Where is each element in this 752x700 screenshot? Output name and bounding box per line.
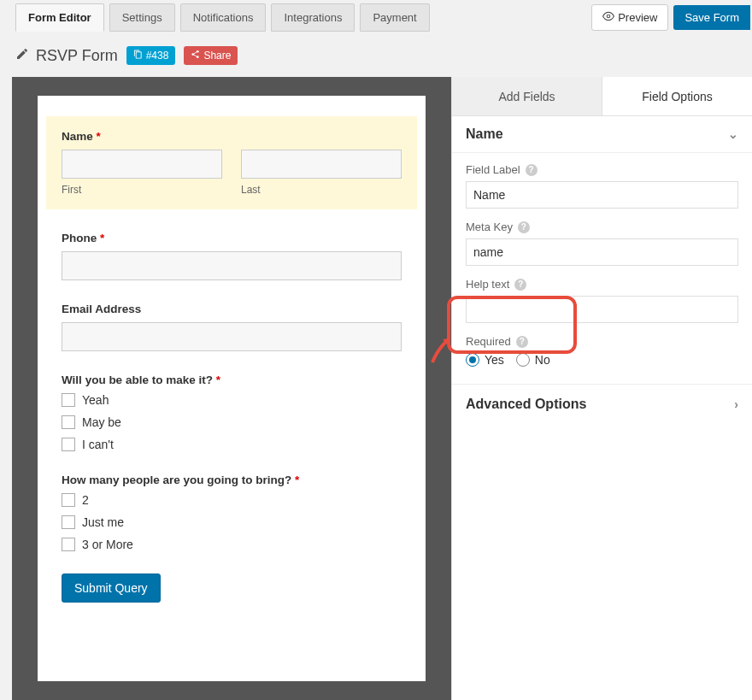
field-count-label: How many people are you going to bring? … <box>62 474 402 486</box>
email-input[interactable] <box>62 322 402 351</box>
form-preview: Name * First Last <box>38 96 426 681</box>
required-text: Required <box>466 335 511 348</box>
help-text-input[interactable] <box>466 296 738 323</box>
field-name[interactable]: Name * First Last <box>46 116 417 209</box>
phone-input[interactable] <box>62 251 402 280</box>
field-count[interactable]: How many people are you going to bring? … <box>62 474 402 551</box>
svg-point-2 <box>192 53 195 56</box>
prop-label: Field Label ? <box>466 163 738 176</box>
chevron-right-icon: › <box>734 397 738 411</box>
option-label: May be <box>82 415 121 429</box>
svg-point-3 <box>197 56 199 58</box>
preview-button[interactable]: Preview <box>591 4 668 31</box>
tab-form-editor[interactable]: Form Editor <box>15 3 104 32</box>
submit-button[interactable]: Submit Query <box>62 574 161 603</box>
phone-label-text: Phone <box>62 232 97 244</box>
option-label: Just me <box>82 515 124 529</box>
attend-option[interactable]: I can't <box>62 438 402 451</box>
tab-add-fields[interactable]: Add Fields <box>452 77 602 116</box>
field-attend[interactable]: Will you be able to make it? * Yeah May … <box>62 374 402 451</box>
help-icon[interactable]: ? <box>518 221 530 233</box>
checkbox-icon <box>62 393 75 407</box>
attend-option[interactable]: Yeah <box>62 393 402 407</box>
advanced-options-header[interactable]: Advanced Options › <box>452 384 752 424</box>
field-phone-label: Phone * <box>62 232 402 244</box>
option-label: 2 <box>82 493 89 507</box>
main-tabs: Form Editor Settings Notifications Integ… <box>15 3 430 32</box>
field-email-label: Email Address <box>62 303 402 315</box>
form-title: RSVP Form <box>15 47 118 65</box>
meta-key-text: Meta Key <box>466 221 513 233</box>
count-option[interactable]: 3 or More <box>62 538 402 551</box>
prop-label: Required ? <box>466 335 738 348</box>
tab-notifications[interactable]: Notifications <box>180 3 267 32</box>
last-name-input[interactable] <box>241 150 402 179</box>
required-no-radio[interactable]: No <box>516 353 550 367</box>
radio-label: Yes <box>485 353 504 367</box>
main-area: ▲ Name * First Last <box>0 77 752 700</box>
tab-field-options[interactable]: Field Options <box>602 77 752 116</box>
copy-icon <box>133 50 143 62</box>
preview-canvas: Name * First Last <box>12 77 451 700</box>
side-tabs: Add Fields Field Options <box>452 77 752 116</box>
attend-option[interactable]: May be <box>62 415 402 429</box>
section-name-title: Name <box>466 126 503 142</box>
attend-label-text: Will you be able to make it? <box>62 374 213 386</box>
share-button[interactable]: Share <box>184 46 238 65</box>
svg-point-0 <box>607 15 610 18</box>
option-label: I can't <box>82 438 114 451</box>
prop-meta-key: Meta Key ? <box>466 221 738 266</box>
checkbox-icon <box>62 438 75 451</box>
preview-pane: ▲ Name * First Last <box>0 77 451 700</box>
section-name-header[interactable]: Name ⌄ <box>452 116 752 153</box>
required-asterisk: * <box>295 474 299 486</box>
field-phone[interactable]: Phone * <box>62 232 402 280</box>
prop-field-label: Field Label ? <box>466 163 738 209</box>
chevron-down-icon: ⌄ <box>728 127 738 141</box>
right-panel: Add Fields Field Options Name ⌄ Field La… <box>451 77 752 700</box>
help-icon[interactable]: ? <box>514 279 526 291</box>
field-label-input[interactable] <box>466 181 738 209</box>
field-name-label: Name * <box>62 130 402 143</box>
tab-settings[interactable]: Settings <box>109 3 175 32</box>
help-icon[interactable]: ? <box>516 336 528 348</box>
form-id-badge[interactable]: #438 <box>126 46 176 65</box>
radio-icon <box>516 353 530 367</box>
checkbox-icon <box>62 515 75 529</box>
field-attend-label: Will you be able to make it? * <box>62 374 402 386</box>
checkbox-icon <box>62 493 75 507</box>
form-id-text: #438 <box>146 50 169 62</box>
preview-label: Preview <box>618 11 657 24</box>
main-navbar: Form Editor Settings Notifications Integ… <box>0 0 752 34</box>
count-label-text: How many people are you going to bring? <box>62 474 291 486</box>
prop-required: Required ? Yes No <box>466 335 738 367</box>
required-radio-group: Yes No <box>466 353 738 367</box>
option-label: Yeah <box>82 393 109 407</box>
top-actions: Preview Save Form <box>591 4 752 31</box>
count-option[interactable]: Just me <box>62 515 402 529</box>
advanced-options-title: Advanced Options <box>466 397 586 412</box>
required-asterisk: * <box>100 232 104 244</box>
required-yes-radio[interactable]: Yes <box>466 353 504 367</box>
tab-payment[interactable]: Payment <box>360 3 429 32</box>
first-sublabel: First <box>62 184 222 196</box>
save-form-button[interactable]: Save Form <box>673 5 750 30</box>
meta-key-input[interactable] <box>466 238 738 266</box>
svg-point-1 <box>197 50 199 53</box>
help-icon[interactable]: ? <box>526 164 538 176</box>
first-name-input[interactable] <box>62 150 222 179</box>
share-icon <box>191 50 200 62</box>
radio-label: No <box>535 353 550 367</box>
field-label-text: Field Label <box>466 163 520 176</box>
required-asterisk: * <box>216 374 220 386</box>
prop-label: Meta Key ? <box>466 221 738 233</box>
checkbox-icon <box>62 538 75 551</box>
count-option[interactable]: 2 <box>62 493 402 507</box>
form-title-text: RSVP Form <box>36 47 118 65</box>
share-label: Share <box>203 50 231 62</box>
tab-integrations[interactable]: Integrations <box>271 3 355 32</box>
name-label-text: Name <box>62 130 93 143</box>
pencil-icon <box>15 47 29 65</box>
option-label: 3 or More <box>82 538 133 551</box>
field-email[interactable]: Email Address <box>62 303 402 351</box>
